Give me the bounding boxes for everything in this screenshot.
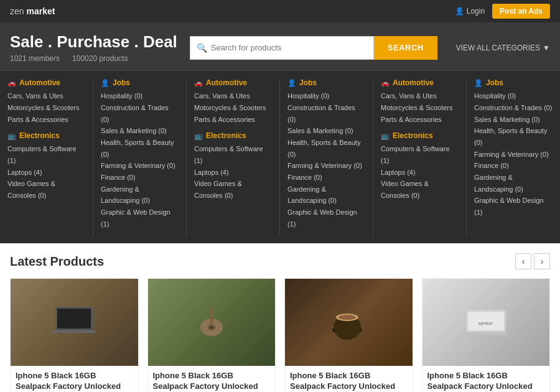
cat-title-text: Electronics [206, 131, 246, 140]
view-all-label: VIEW ALL CATEGORIES [456, 44, 540, 52]
cat-item[interactable]: Gardening & Landscaping (0) [101, 184, 179, 207]
products-grid: Iphone 5 Black 16GB Sealpack Factory Unl… [10, 278, 550, 392]
cat-item[interactable]: Computers & Software (1) [194, 143, 272, 166]
cat-col-4: 👤JobsHospitality (0)Construction & Trade… [280, 78, 373, 236]
cat-item[interactable]: Health, Sports & Beauty (0) [474, 125, 553, 148]
cat-item[interactable]: Health, Sports & Beauty (0) [101, 137, 179, 160]
cat-item[interactable]: Video Games & Consoles (0) [381, 178, 459, 201]
cat-icon: 👤 [287, 79, 296, 87]
chevron-down-icon: ▼ [543, 44, 550, 52]
product-card[interactable]: symbolIphone 5 Black 16GB Sealpack Facto… [422, 278, 551, 392]
search-button[interactable]: SEARCH [374, 36, 437, 60]
user-icon: 👤 [455, 7, 464, 16]
search-input-wrap: 🔍 [190, 36, 374, 60]
cat-section-title: 📺Electronics [381, 131, 459, 140]
cat-item[interactable]: Gardening & Landscaping (0) [474, 172, 553, 195]
cat-icon: 📺 [7, 132, 16, 140]
cat-item[interactable]: Computers & Software (1) [381, 143, 459, 166]
cat-item[interactable]: Sales & Marketing (0) [287, 125, 365, 137]
login-link[interactable]: 👤 Login [455, 7, 485, 16]
cat-item[interactable]: Farming & Veterinary (0) [287, 160, 365, 172]
search-input[interactable] [211, 43, 367, 52]
category-nav: 🚗AutomotiveCars, Vans & UtesMotorcycles … [0, 70, 560, 243]
svg-rect-1 [57, 309, 91, 329]
cat-item[interactable]: Computers & Software (1) [7, 143, 85, 166]
cat-item[interactable]: Cars, Vans & Utes [194, 90, 272, 102]
product-image [11, 279, 138, 366]
product-card[interactable]: Iphone 5 Black 16GB Sealpack Factory Unl… [10, 278, 139, 392]
cat-item[interactable]: Construction & Trades (0) [101, 102, 179, 125]
product-info: Iphone 5 Black 16GB Sealpack Factory Unl… [148, 366, 276, 392]
cat-item[interactable]: Gardening & Landscaping (0) [287, 184, 365, 207]
cat-item[interactable]: Cars, Vans & Utes [7, 90, 85, 102]
cat-section-title: 👤Jobs [287, 78, 365, 87]
cat-item[interactable]: Laptops (4) [194, 167, 272, 179]
cat-item[interactable]: Motorcycles & Scooters [381, 102, 459, 114]
cat-item[interactable]: Motorcycles & Scooters [7, 102, 85, 114]
cat-item[interactable]: Motorcycles & Scooters [194, 102, 272, 114]
product-name: Iphone 5 Black 16GB Sealpack Factory Unl… [290, 371, 408, 392]
cat-item[interactable]: Graphic & Web Design (1) [101, 207, 179, 230]
product-card[interactable]: Iphone 5 Black 16GB Sealpack Factory Unl… [284, 278, 413, 392]
hero-title: Sale . Purchase . Deal [10, 32, 177, 52]
product-info: Iphone 5 Black 16GB Sealpack Factory Unl… [11, 366, 138, 392]
products-count: 100020 products [72, 54, 128, 63]
cat-icon: 📺 [194, 132, 203, 140]
cat-section-title: 👤Jobs [101, 78, 179, 87]
cat-item[interactable]: Graphic & Web Design (1) [474, 195, 553, 218]
product-name: Iphone 5 Black 16GB Sealpack Factory Unl… [153, 371, 271, 392]
cat-item[interactable]: Laptops (4) [381, 167, 459, 179]
cat-item[interactable]: Hospitality (0) [287, 90, 365, 102]
cat-item[interactable]: Sales & Marketing (0) [474, 114, 553, 126]
cat-item[interactable]: Farming & Veterinary (0) [101, 160, 179, 172]
cat-item[interactable]: Finance (0) [474, 160, 553, 172]
cat-col-5: 🚗AutomotiveCars, Vans & UtesMotorcycles … [373, 78, 467, 236]
cat-item[interactable]: Finance (0) [287, 172, 365, 184]
cat-section-title: 📺Electronics [194, 131, 272, 140]
cat-item[interactable]: Parts & Accessories [194, 114, 272, 126]
svg-point-10 [338, 315, 356, 320]
product-name: Iphone 5 Black 16GB Sealpack Factory Unl… [427, 371, 545, 392]
cat-item[interactable]: Farming & Veterinary (0) [474, 149, 553, 161]
cat-item[interactable]: Construction & Trades (0) [287, 102, 365, 125]
cat-icon: 🚗 [194, 79, 203, 87]
cat-item[interactable]: Health, Sports & Beauty (0) [287, 137, 365, 160]
cat-item[interactable]: Finance (0) [101, 172, 179, 184]
nav-arrows: ‹ › [515, 253, 550, 269]
svg-point-6 [210, 326, 213, 329]
cat-item[interactable]: Hospitality (0) [101, 90, 179, 102]
cat-item[interactable]: Cars, Vans & Utes [381, 90, 459, 102]
cat-item[interactable]: Parts & Accessories [381, 114, 459, 126]
cat-item[interactable]: Graphic & Web Design (1) [287, 207, 365, 230]
cat-section: 📺ElectronicsComputers & Software (1)Lapt… [194, 131, 272, 201]
cat-section: 👤JobsHospitality (0)Construction & Trade… [287, 78, 365, 230]
cat-item[interactable]: Video Games & Consoles (0) [194, 178, 272, 201]
cat-section-title: 🚗Automotive [194, 78, 272, 87]
search-bar: 🔍 SEARCH [190, 36, 437, 60]
prev-arrow[interactable]: ‹ [515, 253, 531, 269]
view-all-categories-button[interactable]: VIEW ALL CATEGORIES ▼ [456, 44, 550, 52]
cat-item[interactable]: Hospitality (0) [474, 90, 553, 102]
cat-item[interactable]: Construction & Trades (0) [474, 102, 553, 114]
cat-section: 👤JobsHospitality (0)Construction & Trade… [474, 78, 553, 218]
svg-rect-5 [210, 307, 213, 327]
post-ad-button[interactable]: Post an Ads [492, 4, 550, 19]
hero-section: Sale . Purchase . Deal 1021 members 1000… [0, 22, 560, 70]
cat-section-title: 📺Electronics [7, 131, 85, 140]
cat-item[interactable]: Parts & Accessories [7, 114, 85, 126]
cat-section: 👤JobsHospitality (0)Construction & Trade… [101, 78, 179, 230]
cat-section: 🚗AutomotiveCars, Vans & UtesMotorcycles … [7, 78, 85, 125]
cat-item[interactable]: Laptops (4) [7, 167, 85, 179]
cat-section-title: 🚗Automotive [7, 78, 85, 87]
cat-item[interactable]: Sales & Marketing (0) [101, 125, 179, 137]
cat-title-text: Automotive [19, 78, 60, 87]
logo-zen: zen [10, 6, 24, 16]
next-arrow[interactable]: › [534, 253, 550, 269]
logo: zen market [10, 6, 55, 16]
cat-item[interactable]: Video Games & Consoles (0) [7, 178, 85, 201]
cat-icon: 👤 [474, 79, 483, 87]
product-card[interactable]: Iphone 5 Black 16GB Sealpack Factory Unl… [147, 278, 276, 392]
cat-title-text: Automotive [206, 78, 247, 87]
cat-title-text: Electronics [393, 131, 433, 140]
latest-products-title: Latest Products [10, 254, 104, 269]
